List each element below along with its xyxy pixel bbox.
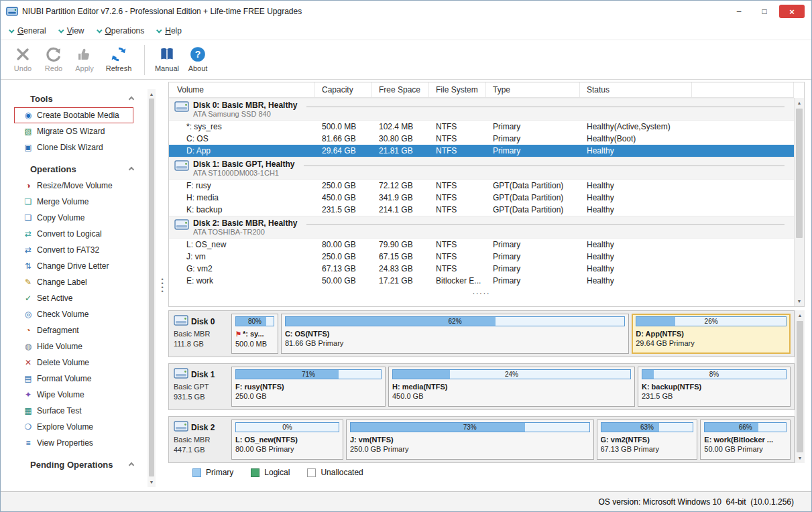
scroll-up-icon[interactable]: ▲ [148,89,156,99]
partition-block-sy[interactable]: 80%⚑*: sy...500.0 MB [231,314,278,354]
menu-view[interactable]: View [60,26,84,36]
sidebar-scrollbar[interactable]: ▲ ▼ [148,89,156,487]
table-scrollbar[interactable]: ▲ ▼ [794,98,804,306]
maximize-button[interactable]: □ [754,5,775,18]
undo-button[interactable]: Undo [7,44,38,72]
partition-block-f-rusy-ntfs[interactable]: 71%F: rusy(NTFS)250.0 GB [231,367,386,407]
volume-row-l-os-new[interactable]: L: OS_new80.00 GB79.90 GBNTFSPrimaryHeal… [169,239,794,251]
partition-block-l-os-new-ntfs[interactable]: 0%L: OS_new(NTFS)80.00 GB Primary [231,420,343,460]
scroll-down-icon[interactable]: ▼ [795,453,805,463]
disk-group-row-disk-2[interactable]: Disk 2: Basic MBR, HealthyATA TOSHIBA-TR… [169,216,794,239]
apply-button[interactable]: Apply [69,44,100,72]
menu-general[interactable]: General [10,26,46,36]
sidebar-item-hide-volume[interactable]: ◍Hide Volume [14,338,133,355]
more-rows-indicator[interactable]: ..... [169,287,794,296]
volume-row-f-rusy[interactable]: F: rusy250.0 GB72.12 GBNTFSGPT(Data Part… [169,180,794,192]
chevron-down-icon [58,27,64,33]
diskmap-scrollbar[interactable]: ▲ ▼ [795,310,805,463]
scrollbar-thumb[interactable] [797,321,803,452]
sidebar-section-header-operations[interactable]: Operations [1,161,156,178]
apply-icon [76,45,93,63]
legend-label: Unallocated [321,468,363,477]
sidebar-item-resize-move-volume[interactable]: ◑Resize/Move Volume [14,178,133,194]
sidebar-item-convert-to-logical[interactable]: ⇄Convert to Logical [14,226,133,242]
cell-file-system: NTFS [429,239,486,251]
partition-block-e-work-bitlocker[interactable]: 66%E: work(Bitlocker ...50.00 GB Primary [700,420,791,460]
sidebar-item-change-drive-letter[interactable]: ⇅Change Drive Letter [14,258,133,274]
partition-block-k-backup-ntfs[interactable]: 8%K: backup(NTFS)231.5 GB [638,367,791,407]
sidebar-item-set-active[interactable]: ✓Set Active [14,290,133,306]
column-header-status[interactable]: Status [580,82,692,97]
volume-row-c-os[interactable]: C: OS81.66 GB30.80 GBNTFSPrimaryHealthy(… [169,133,794,145]
disk-info[interactable]: Disk 0Basic MBR111.8 GB [172,314,229,354]
usage-percent: 0% [236,423,339,432]
column-header-volume[interactable]: Volume [169,82,315,97]
sidebar-item-surface-test[interactable]: ▦Surface Test [14,403,133,419]
sidebar-section-header-pending-operations[interactable]: Pending Operations [1,456,156,473]
volume-row-d-app[interactable]: D: App29.64 GB21.81 GBNTFSPrimaryHealthy [169,145,794,157]
disk-icon [174,159,189,174]
sidebar-item-create-bootable-media[interactable]: ◉Create Bootable Media [14,107,133,123]
sidebar-section-header-tools[interactable]: Tools [1,90,156,107]
volume-row-k-backup[interactable]: K: backup231.5 GB214.1 GBNTFSGPT(Data Pa… [169,204,794,216]
partition-block-h-media-ntfs[interactable]: 24%H: media(NTFS)450.0 GB [388,367,635,407]
sidebar-item-migrate-os-wizard[interactable]: ▧Migrate OS Wizard [14,123,133,139]
sidebar-item-clone-disk-wizard[interactable]: ▣Clone Disk Wizard [14,139,133,155]
about-icon: ? [189,45,207,63]
sidebar-item-view-properties[interactable]: ≡View Properties [14,435,133,451]
volume-row-e-work[interactable]: E: work50.00 GB17.21 GBBitlocker E...Pri… [169,275,794,287]
primary-swatch-icon [192,468,201,477]
sidebar-item-merge-volume[interactable]: ❏Merge Volume [14,194,133,210]
sidebar-item-format-volume[interactable]: ▤Format Volume [14,371,133,387]
volume-row-j-vm[interactable]: J: vm250.0 GB67.15 GBNTFSPrimaryHealthy [169,251,794,263]
undo-icon [15,45,31,63]
sidebar-item-defragment[interactable]: ◔Defragment [14,322,133,338]
scrollbar-thumb[interactable] [149,99,154,476]
refresh-button[interactable]: Refresh [100,44,137,72]
volume-row-g-vm2[interactable]: G: vm267.13 GB24.83 GBNTFSPrimaryHealthy [169,263,794,275]
scroll-down-icon[interactable]: ▼ [148,477,156,487]
sidebar-item-wipe-volume[interactable]: ✦Wipe Volume [14,387,133,403]
sidebar-item-delete-volume[interactable]: ✕Delete Volume [14,355,133,371]
sidebar-item-convert-to-fat32[interactable]: ⇄Convert to FAT32 [14,242,133,258]
disk-group-row-disk-1[interactable]: Disk 1: Basic GPT, HealthyATA ST1000DM00… [169,157,794,180]
column-header-free-space[interactable]: Free Space [372,82,429,97]
disk-group-row-disk-0[interactable]: Disk 0: Basic MBR, HealthyATA Samsung SS… [169,98,794,121]
disk-info[interactable]: Disk 2Basic MBR447.1 GB [172,420,229,460]
sidebar-item-change-label[interactable]: ✎Change Label [14,274,133,290]
minimize-button[interactable]: – [728,5,750,18]
scroll-down-icon[interactable]: ▼ [795,296,804,306]
disk-size: 447.1 GB [174,445,229,455]
column-header-type[interactable]: Type [486,82,580,97]
sidebar-item-copy-volume[interactable]: ❏Copy Volume [14,210,133,226]
toolbar: Undo Redo Apply Refresh Manual ? About [1,40,811,80]
sidebar-item-label: Create Bootable Media [37,111,119,120]
column-header-capacity[interactable]: Capacity [315,82,372,97]
partition-block-d-app-ntfs[interactable]: 26%D: App(NTFS)29.64 GB Primary [632,314,791,354]
cell-capacity: 250.0 GB [315,180,372,192]
volume-row-h-media[interactable]: H: media450.0 GB341.9 GBNTFSGPT(Data Par… [169,192,794,204]
sidebar-item-explore-volume[interactable]: ❍Explore Volume [14,419,133,435]
about-button[interactable]: ? About [182,44,213,72]
disk-info[interactable]: Disk 1Basic GPT931.5 GB [172,367,229,407]
scroll-up-icon[interactable]: ▲ [795,310,805,320]
redo-button[interactable]: Redo [38,44,69,72]
close-button[interactable]: × [779,5,805,18]
partition-label: E: work(Bitlocker ... [704,435,787,444]
partition-block-g-vm2-ntfs[interactable]: 63%G: vm2(NTFS)67.13 GB Primary [597,420,698,460]
manual-button[interactable]: Manual [152,44,182,72]
partition-block-c-os-ntfs[interactable]: 62%C: OS(NTFS)81.66 GB Primary [281,314,629,354]
menu-help[interactable]: Help [158,26,182,36]
menu-operations[interactable]: Operations [98,26,145,36]
pane-splitter[interactable]: • • • • [156,80,168,491]
scroll-up-icon[interactable]: ▲ [795,98,804,108]
scrollbar-thumb[interactable] [796,109,803,238]
redo-icon [46,45,62,63]
sidebar-item-label: Format Volume [37,374,91,383]
volume-row-sys-res[interactable]: *: sys_res500.0 MB102.4 MBNTFSPrimaryHea… [169,121,794,133]
partition-block-j-vm-ntfs[interactable]: 73%J: vm(NTFS)250.0 GB Primary [346,420,594,460]
sidebar-item-check-volume[interactable]: ◎Check Volume [14,306,133,322]
column-header-file-system[interactable]: File System [429,82,486,97]
view-properties-icon: ≡ [23,438,34,448]
usage-bar: 24% [392,369,631,379]
